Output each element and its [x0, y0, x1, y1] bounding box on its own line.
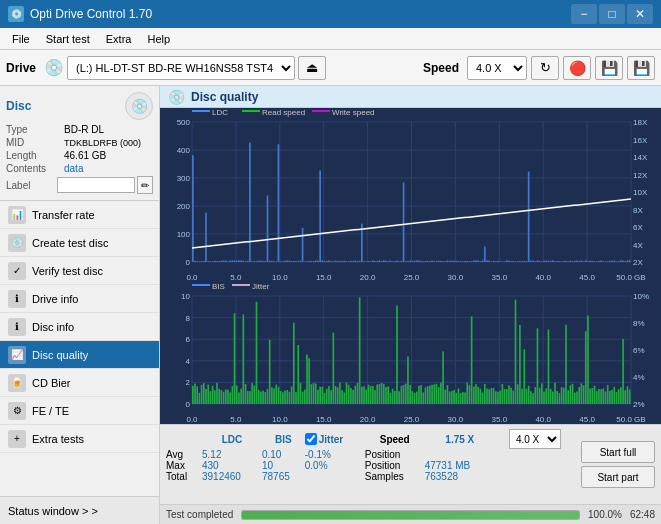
- sidebar-item-transfer-rate[interactable]: 📊 Transfer rate: [0, 201, 159, 229]
- max-speed-label: Position: [365, 460, 425, 471]
- eject-button[interactable]: ⏏: [298, 56, 326, 80]
- drive-info-icon: ℹ: [8, 290, 26, 308]
- avg-bis: 0.10: [262, 449, 305, 460]
- app-icon: 💿: [8, 6, 24, 22]
- label-label: Label: [6, 180, 57, 191]
- speed-select[interactable]: 4.0 X: [467, 56, 527, 80]
- avg-ldc: 5.12: [202, 449, 262, 460]
- total-jitter: [305, 471, 365, 482]
- lower-chart-canvas: [160, 282, 661, 424]
- total-speed-val: 763528: [425, 471, 495, 482]
- upper-chart-canvas: [160, 108, 661, 282]
- toolbar-btn2[interactable]: 💾: [595, 56, 623, 80]
- nav-items: 📊 Transfer rate 💿 Create test disc ✓ Ver…: [0, 201, 159, 496]
- toolbar: Drive 💿 (L:) HL-DT-ST BD-RE WH16NS58 TST…: [0, 50, 661, 86]
- jitter-checkbox[interactable]: [305, 433, 317, 445]
- sidebar-item-cd-bier[interactable]: 🍺 CD Bier: [0, 369, 159, 397]
- col-bis: BIS: [262, 429, 305, 449]
- sidebar-item-drive-info[interactable]: ℹ Drive info: [0, 285, 159, 313]
- sidebar-item-disc-info[interactable]: ℹ Disc info: [0, 313, 159, 341]
- action-buttons: Start full Start part: [581, 429, 655, 500]
- menu-extra[interactable]: Extra: [98, 31, 140, 47]
- col-ldc: LDC: [202, 429, 262, 449]
- transfer-rate-icon: 📊: [8, 206, 26, 224]
- status-window-label: Status window > >: [8, 505, 98, 517]
- toolbar-btn3[interactable]: 💾: [627, 56, 655, 80]
- minimize-button[interactable]: −: [571, 4, 597, 24]
- stats-table-container: LDC BIS Jitter Speed 1.75 X: [166, 429, 575, 500]
- total-ldc: 3912460: [202, 471, 262, 482]
- create-test-disc-icon: 💿: [8, 234, 26, 252]
- fe-te-icon: ⚙: [8, 402, 26, 420]
- max-speed-extra: [495, 460, 575, 471]
- sidebar-item-disc-quality[interactable]: 📈 Disc quality: [0, 341, 159, 369]
- max-label: Max: [166, 460, 202, 471]
- disc-artwork[interactable]: 💿: [125, 92, 153, 120]
- close-button[interactable]: ✕: [627, 4, 653, 24]
- total-bis: 78765: [262, 471, 305, 482]
- menu-file[interactable]: File: [4, 31, 38, 47]
- disc-section-title: Disc: [6, 99, 31, 113]
- progress-percent: 100.0%: [588, 509, 622, 520]
- status-text: Test completed: [166, 509, 233, 520]
- upper-chart: [160, 108, 661, 282]
- stats-table: LDC BIS Jitter Speed 1.75 X: [166, 429, 575, 482]
- total-speed-label: Samples: [365, 471, 425, 482]
- extra-tests-icon: +: [8, 430, 26, 448]
- speed-refresh-button[interactable]: ↻: [531, 56, 559, 80]
- avg-label: Avg: [166, 449, 202, 460]
- contents-label: Contents: [6, 163, 64, 174]
- avg-speed-val: [425, 449, 495, 460]
- label-input[interactable]: [57, 177, 135, 193]
- col-speed-val: 1.75 X: [425, 429, 495, 449]
- length-value: 46.61 GB: [64, 150, 106, 161]
- stats-row-avg: Avg 5.12 0.10 -0.1% Position: [166, 449, 575, 460]
- total-label: Total: [166, 471, 202, 482]
- verify-test-disc-icon: ✓: [8, 262, 26, 280]
- app-title: Opti Drive Control 1.70: [30, 7, 152, 21]
- col-speed-select[interactable]: 4.0 X: [495, 429, 575, 449]
- maximize-button[interactable]: □: [599, 4, 625, 24]
- jitter-col-label: Jitter: [319, 434, 343, 445]
- type-value: BD-R DL: [64, 124, 104, 135]
- total-speed-extra: [495, 471, 575, 482]
- drive-label: Drive: [6, 61, 36, 75]
- type-label: Type: [6, 124, 64, 135]
- avg-speed-extra: [495, 449, 575, 460]
- max-ldc: 430: [202, 460, 262, 471]
- sidebar-item-fe-te[interactable]: ⚙ FE / TE: [0, 397, 159, 425]
- drive-select[interactable]: (L:) HL-DT-ST BD-RE WH16NS58 TST4: [67, 56, 295, 80]
- speed-select-stats[interactable]: 4.0 X: [509, 429, 561, 449]
- start-full-button[interactable]: Start full: [581, 441, 655, 463]
- menu-help[interactable]: Help: [139, 31, 178, 47]
- stats-row-total: Total 3912460 78765 Samples 763528: [166, 471, 575, 482]
- max-speed-val: 47731 MB: [425, 460, 495, 471]
- cd-bier-icon: 🍺: [8, 374, 26, 392]
- sidebar-item-verify-test-disc[interactable]: ✓ Verify test disc: [0, 257, 159, 285]
- progress-time: 62:48: [630, 509, 655, 520]
- sidebar-item-create-test-disc[interactable]: 💿 Create test disc: [0, 229, 159, 257]
- disc-panel: Disc 💿 Type BD-R DL MID TDKBLDRFB (000) …: [0, 86, 159, 201]
- col-speed: Speed: [365, 429, 425, 449]
- start-part-button[interactable]: Start part: [581, 466, 655, 488]
- progress-track: [241, 510, 580, 520]
- max-jitter: 0.0%: [305, 460, 365, 471]
- disc-info-icon: ℹ: [8, 318, 26, 336]
- status-window[interactable]: Status window > >: [0, 496, 159, 524]
- drive-icon: 💿: [44, 58, 64, 77]
- label-edit-button[interactable]: ✏: [137, 176, 153, 194]
- sidebar-item-extra-tests[interactable]: + Extra tests: [0, 425, 159, 453]
- mid-label: MID: [6, 137, 64, 148]
- contents-value[interactable]: data: [64, 163, 83, 174]
- disc-quality-header: 💿 Disc quality: [160, 86, 661, 108]
- lower-chart: [160, 282, 661, 424]
- mid-value: TDKBLDRFB (000): [64, 138, 141, 148]
- menu-start-test[interactable]: Start test: [38, 31, 98, 47]
- col-empty: [166, 429, 202, 449]
- progress-fill: [242, 511, 579, 519]
- toolbar-btn1[interactable]: 🔴: [563, 56, 591, 80]
- dq-title: Disc quality: [191, 90, 258, 104]
- col-jitter-check: Jitter: [305, 429, 365, 449]
- charts-area: [160, 108, 661, 424]
- dq-icon: 💿: [168, 89, 185, 105]
